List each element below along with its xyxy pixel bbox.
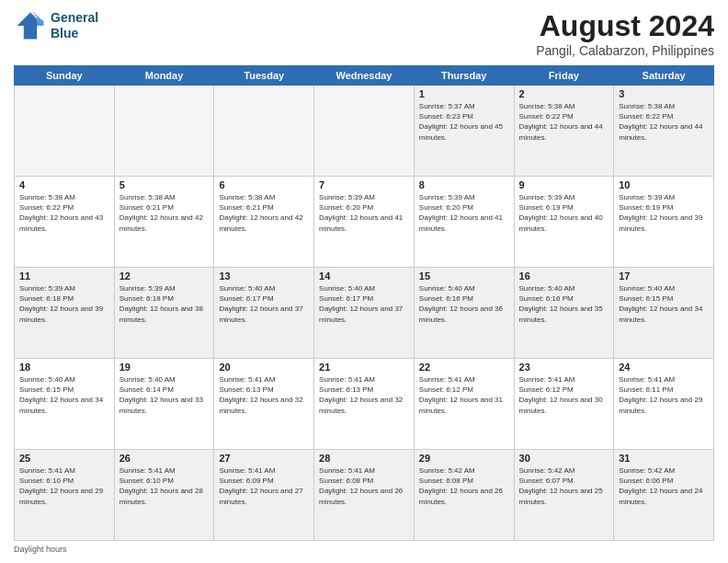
day-info: Sunrise: 5:39 AMSunset: 6:18 PMDaylight:… bbox=[119, 283, 210, 325]
day-number: 3 bbox=[619, 88, 709, 99]
calendar-week-0: 1Sunrise: 5:37 AMSunset: 6:23 PMDaylight… bbox=[15, 86, 714, 177]
logo-text: General Blue bbox=[51, 10, 98, 41]
calendar-cell: 19Sunrise: 5:40 AMSunset: 6:14 PMDayligh… bbox=[114, 359, 214, 450]
footer-note: Daylight hours bbox=[14, 545, 714, 554]
day-number: 31 bbox=[619, 453, 709, 464]
day-info: Sunrise: 5:42 AMSunset: 6:07 PMDaylight:… bbox=[519, 465, 609, 507]
calendar-cell: 7Sunrise: 5:39 AMSunset: 6:20 PMDaylight… bbox=[314, 177, 415, 268]
calendar-cell bbox=[314, 86, 415, 177]
calendar-cell bbox=[15, 86, 115, 177]
day-info: Sunrise: 5:39 AMSunset: 6:19 PMDaylight:… bbox=[619, 192, 709, 234]
day-number: 23 bbox=[519, 362, 609, 373]
day-info: Sunrise: 5:38 AMSunset: 6:22 PMDaylight:… bbox=[19, 192, 109, 234]
title-block: August 2024 Pangil, Calabarzon, Philippi… bbox=[536, 9, 714, 58]
calendar-cell: 14Sunrise: 5:40 AMSunset: 6:17 PMDayligh… bbox=[314, 268, 415, 359]
day-header-monday: Monday bbox=[114, 66, 214, 86]
day-info: Sunrise: 5:37 AMSunset: 6:23 PMDaylight:… bbox=[419, 101, 509, 143]
calendar-cell: 6Sunrise: 5:38 AMSunset: 6:21 PMDaylight… bbox=[214, 177, 314, 268]
day-info: Sunrise: 5:38 AMSunset: 6:21 PMDaylight:… bbox=[219, 192, 309, 234]
day-info: Sunrise: 5:39 AMSunset: 6:20 PMDaylight:… bbox=[419, 192, 509, 234]
main-title: August 2024 bbox=[536, 9, 714, 43]
calendar-cell: 1Sunrise: 5:37 AMSunset: 6:23 PMDaylight… bbox=[414, 86, 514, 177]
calendar-cell: 24Sunrise: 5:41 AMSunset: 6:11 PMDayligh… bbox=[614, 359, 714, 450]
header: General Blue August 2024 Pangil, Calabar… bbox=[14, 9, 714, 58]
calendar-cell: 23Sunrise: 5:41 AMSunset: 6:12 PMDayligh… bbox=[514, 359, 614, 450]
page: General Blue August 2024 Pangil, Calabar… bbox=[0, 0, 728, 563]
calendar-cell: 10Sunrise: 5:39 AMSunset: 6:19 PMDayligh… bbox=[614, 177, 714, 268]
day-number: 5 bbox=[119, 179, 210, 190]
day-info: Sunrise: 5:41 AMSunset: 6:13 PMDaylight:… bbox=[219, 374, 309, 416]
calendar-cell: 13Sunrise: 5:40 AMSunset: 6:17 PMDayligh… bbox=[214, 268, 314, 359]
calendar-cell: 26Sunrise: 5:41 AMSunset: 6:10 PMDayligh… bbox=[114, 450, 214, 541]
day-info: Sunrise: 5:42 AMSunset: 6:06 PMDaylight:… bbox=[619, 465, 709, 507]
day-number: 11 bbox=[19, 270, 109, 282]
day-number: 13 bbox=[219, 270, 309, 282]
day-info: Sunrise: 5:41 AMSunset: 6:13 PMDaylight:… bbox=[319, 374, 409, 416]
calendar-cell: 5Sunrise: 5:38 AMSunset: 6:21 PMDaylight… bbox=[114, 177, 214, 268]
day-number: 21 bbox=[319, 362, 409, 373]
day-number: 27 bbox=[219, 453, 309, 464]
day-header-sunday: Sunday bbox=[15, 66, 115, 86]
calendar-cell: 20Sunrise: 5:41 AMSunset: 6:13 PMDayligh… bbox=[214, 359, 314, 450]
day-info: Sunrise: 5:40 AMSunset: 6:17 PMDaylight:… bbox=[319, 283, 409, 325]
calendar-cell: 22Sunrise: 5:41 AMSunset: 6:12 PMDayligh… bbox=[414, 359, 514, 450]
day-header-saturday: Saturday bbox=[614, 66, 714, 86]
day-info: Sunrise: 5:38 AMSunset: 6:21 PMDaylight:… bbox=[119, 192, 210, 234]
calendar-cell: 12Sunrise: 5:39 AMSunset: 6:18 PMDayligh… bbox=[114, 268, 214, 359]
day-info: Sunrise: 5:40 AMSunset: 6:16 PMDaylight:… bbox=[419, 283, 509, 325]
day-number: 15 bbox=[419, 270, 509, 282]
day-number: 18 bbox=[19, 362, 109, 373]
subtitle: Pangil, Calabarzon, Philippines bbox=[536, 43, 714, 58]
day-number: 12 bbox=[119, 270, 210, 282]
day-info: Sunrise: 5:41 AMSunset: 6:10 PMDaylight:… bbox=[19, 465, 109, 507]
day-number: 17 bbox=[619, 270, 709, 282]
day-number: 25 bbox=[19, 453, 109, 464]
day-number: 4 bbox=[19, 179, 109, 190]
day-info: Sunrise: 5:38 AMSunset: 6:22 PMDaylight:… bbox=[519, 101, 609, 143]
day-number: 20 bbox=[219, 362, 309, 373]
calendar-table: SundayMondayTuesdayWednesdayThursdayFrid… bbox=[14, 65, 714, 541]
day-number: 19 bbox=[119, 362, 210, 373]
day-info: Sunrise: 5:39 AMSunset: 6:20 PMDaylight:… bbox=[319, 192, 409, 234]
calendar-cell: 21Sunrise: 5:41 AMSunset: 6:13 PMDayligh… bbox=[314, 359, 415, 450]
calendar-cell: 27Sunrise: 5:41 AMSunset: 6:09 PMDayligh… bbox=[214, 450, 314, 541]
day-number: 22 bbox=[419, 362, 509, 373]
calendar-cell: 30Sunrise: 5:42 AMSunset: 6:07 PMDayligh… bbox=[514, 450, 614, 541]
day-number: 30 bbox=[519, 453, 609, 464]
day-number: 10 bbox=[619, 179, 709, 190]
calendar-cell: 9Sunrise: 5:39 AMSunset: 6:19 PMDaylight… bbox=[514, 177, 614, 268]
calendar-cell: 18Sunrise: 5:40 AMSunset: 6:15 PMDayligh… bbox=[15, 359, 115, 450]
day-info: Sunrise: 5:38 AMSunset: 6:22 PMDaylight:… bbox=[619, 101, 709, 143]
day-number: 14 bbox=[319, 270, 409, 282]
day-number: 29 bbox=[419, 453, 509, 464]
day-number: 24 bbox=[619, 362, 709, 373]
day-info: Sunrise: 5:40 AMSunset: 6:15 PMDaylight:… bbox=[619, 283, 709, 325]
calendar-cell: 3Sunrise: 5:38 AMSunset: 6:22 PMDaylight… bbox=[614, 86, 714, 177]
day-info: Sunrise: 5:42 AMSunset: 6:08 PMDaylight:… bbox=[419, 465, 509, 507]
day-header-friday: Friday bbox=[514, 66, 614, 86]
calendar-cell bbox=[214, 86, 314, 177]
day-info: Sunrise: 5:40 AMSunset: 6:15 PMDaylight:… bbox=[19, 374, 109, 416]
calendar-week-4: 25Sunrise: 5:41 AMSunset: 6:10 PMDayligh… bbox=[15, 450, 714, 541]
day-info: Sunrise: 5:41 AMSunset: 6:10 PMDaylight:… bbox=[119, 465, 210, 507]
day-header-thursday: Thursday bbox=[414, 66, 514, 86]
calendar-cell: 28Sunrise: 5:41 AMSunset: 6:08 PMDayligh… bbox=[314, 450, 415, 541]
logo: General Blue bbox=[14, 9, 98, 42]
day-number: 28 bbox=[319, 453, 409, 464]
calendar-cell: 8Sunrise: 5:39 AMSunset: 6:20 PMDaylight… bbox=[414, 177, 514, 268]
calendar-week-2: 11Sunrise: 5:39 AMSunset: 6:18 PMDayligh… bbox=[15, 268, 714, 359]
day-info: Sunrise: 5:40 AMSunset: 6:16 PMDaylight:… bbox=[519, 283, 609, 325]
calendar-cell bbox=[114, 86, 214, 177]
day-info: Sunrise: 5:39 AMSunset: 6:18 PMDaylight:… bbox=[19, 283, 109, 325]
day-number: 1 bbox=[419, 88, 509, 99]
calendar-cell: 31Sunrise: 5:42 AMSunset: 6:06 PMDayligh… bbox=[614, 450, 714, 541]
day-info: Sunrise: 5:39 AMSunset: 6:19 PMDaylight:… bbox=[519, 192, 609, 234]
day-number: 7 bbox=[319, 179, 409, 190]
day-info: Sunrise: 5:40 AMSunset: 6:14 PMDaylight:… bbox=[119, 374, 210, 416]
day-info: Sunrise: 5:41 AMSunset: 6:11 PMDaylight:… bbox=[619, 374, 709, 416]
calendar-cell: 4Sunrise: 5:38 AMSunset: 6:22 PMDaylight… bbox=[15, 177, 115, 268]
day-number: 8 bbox=[419, 179, 509, 190]
calendar-cell: 11Sunrise: 5:39 AMSunset: 6:18 PMDayligh… bbox=[15, 268, 115, 359]
day-info: Sunrise: 5:41 AMSunset: 6:12 PMDaylight:… bbox=[419, 374, 509, 416]
day-number: 9 bbox=[519, 179, 609, 190]
